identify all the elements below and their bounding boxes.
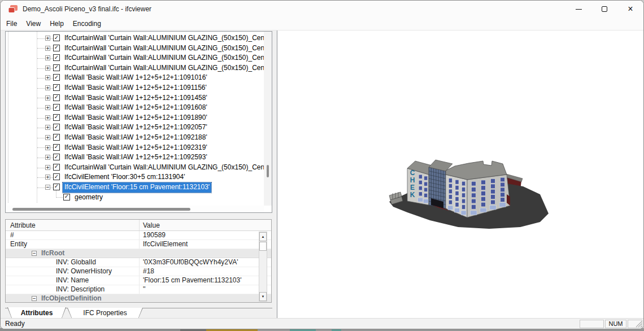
- tree-item[interactable]: +✓IfcWall 'Basic Wall:IAW 1+12+5+12+1:10…: [6, 93, 264, 103]
- attribute-row[interactable]: INV: OwnerHistory#18: [6, 267, 271, 276]
- tree-item[interactable]: ✓geometry: [6, 193, 264, 203]
- visibility-checkbox[interactable]: ✓: [53, 144, 60, 151]
- expand-icon[interactable]: +: [45, 155, 50, 160]
- visibility-checkbox[interactable]: ✓: [53, 54, 60, 61]
- visibility-checkbox[interactable]: ✓: [53, 134, 60, 141]
- visibility-checkbox[interactable]: ✓: [53, 84, 60, 91]
- tree-horizontal-scrollbar[interactable]: [6, 206, 264, 212]
- tree-item-label[interactable]: IfcCurtainWall 'Curtain Wall:ALUMINIUM G…: [63, 53, 272, 63]
- tree-item[interactable]: +✓IfcCurtainWall 'Curtain Wall:ALUMINIUM…: [6, 53, 264, 63]
- expand-icon[interactable]: +: [45, 95, 50, 101]
- menu-file[interactable]: File: [5, 19, 23, 29]
- expand-icon[interactable]: +: [45, 175, 50, 180]
- tree-item[interactable]: +✓IfcCivilElement 'Floor:30+5 cm:1131904…: [6, 172, 264, 182]
- visibility-checkbox[interactable]: ✓: [53, 184, 60, 190]
- group-collapse-icon[interactable]: −: [32, 251, 37, 256]
- visibility-checkbox[interactable]: ✓: [53, 45, 60, 51]
- tree-item-label[interactable]: IfcWall 'Basic Wall:IAW 1+12+5+12+1:1092…: [63, 133, 209, 143]
- expand-icon[interactable]: +: [45, 75, 50, 80]
- attribute-row[interactable]: EntityIfcCivilElement: [6, 240, 271, 249]
- tree-item-label[interactable]: IfcWall 'Basic Wall:IAW 1+12+5+12+1:1092…: [63, 143, 209, 153]
- attribute-row[interactable]: −IfcObjectDefinition: [6, 294, 271, 303]
- tree-item-label[interactable]: IfcWall 'Basic Wall:IAW 1+12+5+12+1:1091…: [63, 113, 209, 123]
- tree-item-label[interactable]: IfcCurtainWall 'Curtain Wall:ALUMINIUM G…: [63, 43, 272, 54]
- column-header-attribute: Attribute: [6, 220, 140, 230]
- expand-icon[interactable]: +: [45, 55, 50, 60]
- maximize-button[interactable]: [591, 1, 617, 18]
- tree-item[interactable]: +✓IfcCurtainWall 'Curtain Wall:ALUMINIUM…: [6, 163, 264, 173]
- tree-item[interactable]: +✓IfcCurtainWall 'Curtain Wall:ALUMINIUM…: [6, 63, 264, 73]
- app-icon: [8, 5, 18, 14]
- expand-icon[interactable]: +: [45, 105, 50, 110]
- expand-icon[interactable]: +: [45, 115, 50, 120]
- resize-grip[interactable]: [635, 320, 642, 328]
- close-button[interactable]: ×: [617, 1, 643, 18]
- tree-item-label[interactable]: IfcCivilElement 'Floor:30+5 cm:1131904': [63, 172, 186, 182]
- tree-item[interactable]: +✓IfcWall 'Basic Wall:IAW 1+12+5+12+1:10…: [6, 83, 264, 93]
- minimize-button[interactable]: [565, 1, 591, 18]
- expand-icon[interactable]: +: [45, 145, 50, 150]
- tree-item[interactable]: +✓IfcCurtainWall 'Curtain Wall:ALUMINIUM…: [6, 43, 264, 54]
- svg-text:C: C: [410, 169, 415, 177]
- titlebar[interactable]: Demo_Ascoli Piceno_v3 final.ifc - ifcvie…: [1, 1, 643, 18]
- tree-item-label[interactable]: IfcCurtainWall 'Curtain Wall:ALUMINIUM G…: [63, 33, 272, 43]
- tree-item[interactable]: +✓IfcWall 'Basic Wall:IAW 1+12+5+12+1:10…: [6, 123, 264, 133]
- expand-icon[interactable]: +: [45, 85, 50, 90]
- expand-icon[interactable]: +: [45, 135, 50, 140]
- tree-item[interactable]: +✓IfcCurtainWall 'Curtain Wall:ALUMINIUM…: [6, 33, 264, 43]
- visibility-checkbox[interactable]: ✓: [63, 194, 70, 201]
- visibility-checkbox[interactable]: ✓: [53, 104, 60, 111]
- tree-vertical-scrollbar[interactable]: [264, 32, 272, 206]
- visibility-checkbox[interactable]: ✓: [53, 124, 60, 130]
- menu-encoding[interactable]: Encoding: [72, 19, 107, 29]
- tree-item[interactable]: +✓IfcWall 'Basic Wall:IAW 1+12+5+12+1:10…: [6, 73, 264, 83]
- visibility-checkbox[interactable]: ✓: [53, 154, 60, 160]
- attribute-value: IfcCivilElement: [140, 240, 271, 249]
- tree-item[interactable]: +✓IfcWall 'Basic Wall:IAW 1+12+5+12+1:10…: [6, 143, 264, 153]
- tree-vertical-scrollbar-thumb[interactable]: [267, 165, 269, 177]
- tree-item-label[interactable]: IfcWall 'Basic Wall:IAW 1+12+5+12+1:1092…: [63, 153, 209, 163]
- tree-horizontal-scrollbar-thumb[interactable]: [12, 208, 190, 211]
- scroll-down-icon[interactable]: ▼: [259, 292, 267, 301]
- visibility-checkbox[interactable]: ✓: [53, 34, 60, 41]
- visibility-checkbox[interactable]: ✓: [53, 114, 60, 121]
- 3d-viewport[interactable]: CHEK: [277, 31, 643, 318]
- tree-item-label[interactable]: IfcWall 'Basic Wall:IAW 1+12+5+12+1:1091…: [63, 83, 208, 93]
- tree-item-label[interactable]: IfcWall 'Basic Wall:IAW 1+12+5+12+1:1091…: [63, 103, 209, 113]
- tree-item-label[interactable]: IfcWall 'Basic Wall:IAW 1+12+5+12+1:1091…: [63, 93, 209, 103]
- tree-item[interactable]: +✓IfcWall 'Basic Wall:IAW 1+12+5+12+1:10…: [6, 153, 264, 163]
- tree-item-label-selected[interactable]: IfcCivilElement 'Floor:15 cm Pavement:11…: [63, 182, 211, 193]
- expand-icon[interactable]: +: [45, 36, 50, 41]
- attribute-name: INV: Description: [6, 285, 140, 294]
- expand-icon[interactable]: +: [45, 125, 50, 130]
- attribute-row[interactable]: INV: Name'Floor:15 cm Pavement:1132103': [6, 276, 271, 285]
- visibility-checkbox[interactable]: ✓: [53, 173, 60, 180]
- visibility-checkbox[interactable]: ✓: [53, 164, 60, 171]
- attribute-row[interactable]: INV: GlobalId'0X3m3F0Uf0BQQcWYh4y2VA': [6, 258, 271, 267]
- attribute-row[interactable]: INV: Description'': [6, 285, 271, 294]
- attributes-scrollbar-thumb[interactable]: [259, 242, 267, 251]
- menu-view[interactable]: View: [25, 19, 46, 29]
- tree-item-label[interactable]: IfcWall 'Basic Wall:IAW 1+12+5+12+1:1091…: [63, 73, 209, 83]
- tree-item-label[interactable]: geometry: [73, 193, 105, 203]
- scroll-up-icon[interactable]: ▲: [259, 232, 267, 241]
- tree-item[interactable]: +✓IfcWall 'Basic Wall:IAW 1+12+5+12+1:10…: [6, 113, 264, 123]
- collapse-icon[interactable]: −: [45, 185, 50, 190]
- expand-icon[interactable]: +: [45, 165, 50, 170]
- attribute-row[interactable]: #190589: [6, 231, 271, 240]
- visibility-checkbox[interactable]: ✓: [53, 64, 60, 71]
- visibility-checkbox[interactable]: ✓: [53, 74, 60, 81]
- expand-icon[interactable]: +: [45, 66, 50, 71]
- visibility-checkbox[interactable]: ✓: [53, 94, 60, 101]
- tree-item-label[interactable]: IfcCurtainWall 'Curtain Wall:ALUMINIUM G…: [63, 63, 272, 73]
- attribute-row[interactable]: −IfcRoot: [6, 249, 271, 258]
- tree-item-label[interactable]: IfcWall 'Basic Wall:IAW 1+12+5+12+1:1092…: [63, 123, 209, 133]
- group-collapse-icon[interactable]: −: [32, 296, 37, 301]
- tree-item[interactable]: +✓IfcWall 'Basic Wall:IAW 1+12+5+12+1:10…: [6, 133, 264, 143]
- tree-item[interactable]: −✓IfcCivilElement 'Floor:15 cm Pavement:…: [6, 182, 264, 193]
- menu-help[interactable]: Help: [49, 19, 69, 29]
- tree-item-label[interactable]: IfcCurtainWall 'Curtain Wall:ALUMINIUM G…: [63, 163, 272, 173]
- attributes-scrollbar[interactable]: ▲ ▼: [259, 232, 267, 302]
- expand-icon[interactable]: +: [45, 46, 50, 51]
- tree-item[interactable]: +✓IfcWall 'Basic Wall:IAW 1+12+5+12+1:10…: [6, 103, 264, 113]
